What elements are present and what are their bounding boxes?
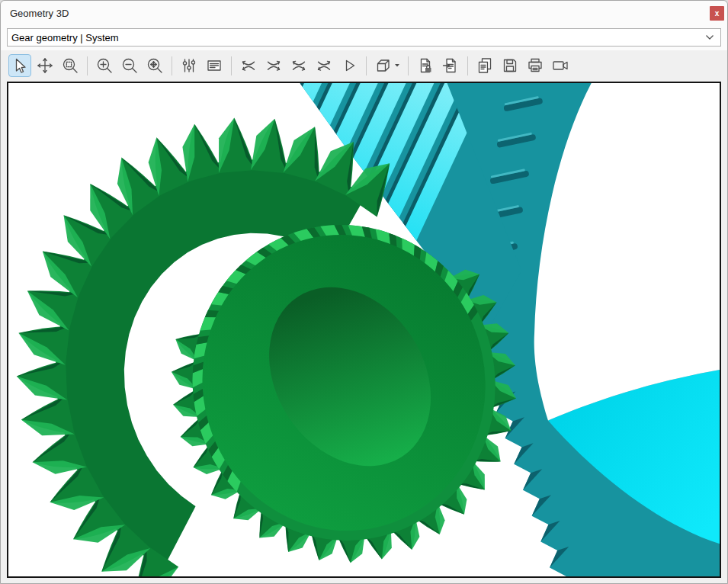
zoom-window-button[interactable]: [59, 54, 82, 77]
toolbar-separator: [172, 56, 172, 75]
magnifier-move-icon: [146, 56, 164, 75]
close-icon: x: [715, 9, 720, 18]
viewport-3d[interactable]: [7, 82, 721, 578]
copy-icon: [476, 56, 494, 75]
rotate-y-button[interactable]: [262, 54, 285, 77]
magnifier-plus-icon: [95, 56, 114, 75]
titlebar: Geometry 3D x: [1, 1, 727, 26]
legend-button[interactable]: [203, 54, 226, 77]
toolbar-separator: [408, 56, 409, 75]
pan-tool-button[interactable]: [34, 54, 56, 77]
rotate-arcs-right-icon: [265, 56, 283, 75]
import-geometry-button[interactable]: [439, 54, 462, 77]
geometry-3d-window: Geometry 3D x Gear geometry | System: [0, 0, 728, 584]
video-camera-icon: [551, 56, 569, 75]
toolbar: [1, 50, 727, 81]
chevron-down-icon: [705, 34, 714, 40]
record-video-button[interactable]: [549, 54, 572, 77]
animate-button[interactable]: [338, 54, 361, 77]
toolbar-separator: [467, 56, 468, 75]
copy-button[interactable]: [473, 54, 496, 77]
geometry-selector[interactable]: Gear geometry | System: [7, 28, 721, 47]
save-icon: [501, 56, 519, 75]
rotate-arcs-left2-icon: [290, 56, 308, 75]
text-panel-icon: [205, 56, 223, 75]
play-icon: [340, 56, 358, 75]
report-protected-button[interactable]: [414, 54, 437, 77]
close-button[interactable]: x: [710, 6, 724, 21]
cursor-icon: [11, 56, 29, 75]
window-title: Geometry 3D: [10, 8, 69, 19]
view-3d-button[interactable]: [372, 54, 402, 77]
printer-icon: [526, 56, 544, 75]
toolbar-separator: [231, 56, 232, 75]
magnifier-minus-icon: [120, 56, 139, 75]
rotate-z-button[interactable]: [287, 54, 310, 77]
display-settings-button[interactable]: [178, 54, 200, 77]
cube-icon: [374, 56, 393, 75]
rotate-x-button[interactable]: [237, 54, 260, 77]
select-tool-button[interactable]: [8, 54, 31, 77]
document-arrow-icon: [441, 56, 460, 75]
move-arrows-icon: [36, 56, 54, 75]
zoom-fit-button[interactable]: [143, 54, 166, 77]
zoom-out-button[interactable]: [118, 54, 141, 77]
geometry-selector-value: Gear geometry | System: [11, 32, 119, 43]
print-button[interactable]: [524, 54, 547, 77]
magnifier-rect-icon: [61, 56, 79, 75]
rotate-arcs-left-icon: [239, 56, 258, 75]
toolbar-separator: [87, 56, 88, 75]
document-lock-icon: [416, 56, 435, 75]
rotate-arcs-right2-icon: [315, 56, 333, 75]
dropdown-caret-icon: [394, 63, 400, 68]
toolbar-separator: [366, 56, 367, 75]
save-button[interactable]: [499, 54, 521, 77]
selector-row: Gear geometry | System: [1, 26, 727, 50]
zoom-in-button[interactable]: [93, 54, 116, 77]
sliders-icon: [180, 56, 198, 75]
gear-3d-scene: [8, 83, 720, 576]
rotate-free-button[interactable]: [313, 54, 335, 77]
